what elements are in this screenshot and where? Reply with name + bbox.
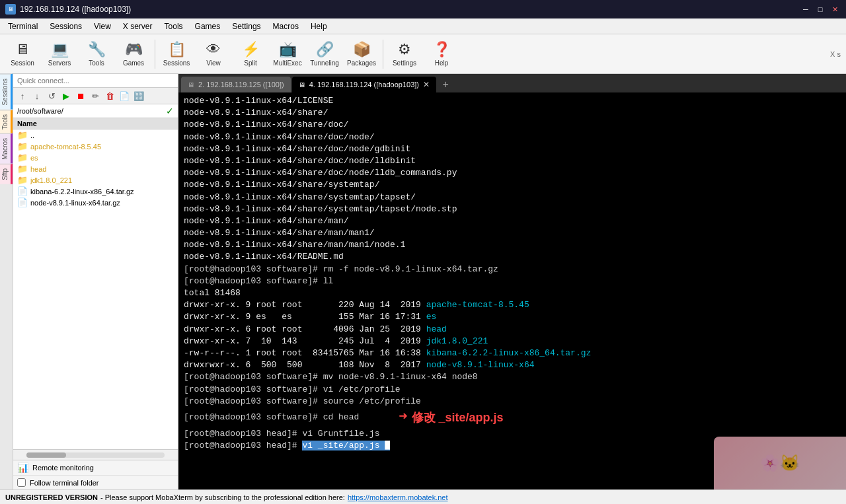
menu-settings[interactable]: Settings bbox=[227, 20, 266, 32]
term-line: node-v8.9.1-linux-x64/share/ bbox=[184, 107, 841, 119]
status-link[interactable]: https://mobaxterm.mobatek.net bbox=[348, 493, 448, 501]
annotation-text: 修改 _site/app.js bbox=[412, 410, 504, 426]
close-button[interactable]: ✕ bbox=[829, 3, 841, 15]
menu-terminal[interactable]: Terminal bbox=[3, 20, 43, 32]
menu-help[interactable]: Help bbox=[305, 20, 332, 32]
vert-tab-sessions[interactable]: Sessions bbox=[0, 74, 13, 110]
split-icon: ⚡ bbox=[242, 41, 260, 58]
path-check-icon: ✓ bbox=[166, 106, 174, 116]
toolbar-session-label: Session bbox=[11, 59, 34, 67]
term-line: total 81468 bbox=[184, 287, 841, 299]
tab-100[interactable]: 🖥 2. 192.168.119.125 ([100]) bbox=[181, 77, 291, 92]
toolbar-games[interactable]: 🎮 Games bbox=[116, 37, 151, 71]
menu-view[interactable]: View bbox=[89, 20, 116, 32]
toolbar-servers[interactable]: 💻 Servers bbox=[42, 37, 77, 71]
toolbar-help[interactable]: ❓ Help bbox=[424, 37, 459, 71]
decorative-image: 🌸🐱 bbox=[714, 437, 846, 489]
tab-hadoop103[interactable]: 🖥 4. 192.168.119.124 ([hadoop103]) ✕ bbox=[292, 77, 436, 92]
title-bar: 🖥 192.168.119.124 ([hadoop103]) ─ □ ✕ bbox=[0, 0, 846, 18]
file-list-header: Name bbox=[13, 118, 178, 129]
file-stop-button[interactable]: ⏹ bbox=[74, 89, 87, 102]
file-item-kibana[interactable]: 📄 kibana-6.2.2-linux-x86_64.tar.gz bbox=[13, 186, 178, 197]
term-line: [root@hadoop103 software]# vi /etc/profi… bbox=[184, 384, 841, 396]
file-item-es[interactable]: 📁 es bbox=[13, 152, 178, 163]
toolbar-session[interactable]: 🖥 Session bbox=[5, 37, 40, 71]
xs-label: X s bbox=[830, 50, 841, 58]
vert-tab-tools[interactable]: Tools bbox=[0, 110, 13, 133]
menu-games[interactable]: Games bbox=[190, 20, 226, 32]
view-icon: 👁 bbox=[206, 41, 221, 58]
folder-icon: 📁 bbox=[17, 130, 28, 140]
menu-sessions[interactable]: Sessions bbox=[44, 20, 87, 32]
tunneling-icon: 🔗 bbox=[316, 41, 334, 58]
follow-folder-checkbox[interactable] bbox=[17, 478, 26, 487]
term-highlight: vi _site/app.js █ bbox=[302, 441, 390, 450]
toolbar: 🖥 Session 💻 Servers 🔧 Tools 🎮 Games 📋 Se… bbox=[0, 34, 846, 74]
terminal-output[interactable]: node-v8.9.1-linux-x64/LICENSE node-v8.9.… bbox=[178, 92, 846, 489]
name-column-header: Name bbox=[17, 120, 37, 127]
vertical-tabs: Sessions Tools Macros Sftp bbox=[0, 74, 13, 489]
term-line: node-v8.9.1-linux-x64/share/man/man1/ bbox=[184, 227, 841, 239]
maximize-button[interactable]: □ bbox=[814, 3, 826, 15]
toolbar-multiexec[interactable]: 📺 MultiExec bbox=[270, 37, 305, 71]
toolbar-split-label: Split bbox=[244, 59, 256, 67]
toolbar-games-label: Games bbox=[123, 59, 144, 67]
term-line: node-v8.9.1-linux-x64/share/man/man1/nod… bbox=[184, 239, 841, 251]
file-item-node[interactable]: 📄 node-v8.9.1-linux-x64.tar.gz bbox=[13, 197, 178, 208]
file-item-jdk[interactable]: 📁 jdk1.8.0_221 bbox=[13, 174, 178, 186]
monitor-icon: 📊 bbox=[17, 462, 28, 473]
file-play-button[interactable]: ▶ bbox=[59, 89, 73, 102]
left-sidebar: Sessions Tools Macros Sftp ↑ ↓ ↺ ▶ ⏹ ✏ 🗑… bbox=[0, 74, 178, 489]
tab-close-button[interactable]: ✕ bbox=[423, 80, 430, 89]
file-down-button[interactable]: ↓ bbox=[30, 89, 44, 102]
toolbar-settings[interactable]: ⚙ Settings bbox=[387, 37, 422, 71]
toolbar-multiexec-label: MultiExec bbox=[273, 59, 301, 67]
file-delete-button[interactable]: 🗑 bbox=[103, 89, 116, 102]
file-item-dotdot[interactable]: 📁 .. bbox=[13, 129, 178, 141]
toolbar-tools[interactable]: 🔧 Tools bbox=[79, 37, 114, 71]
file-sort-button[interactable]: 🔡 bbox=[132, 89, 145, 102]
file-item-head[interactable]: 📁 head bbox=[13, 163, 178, 174]
menu-xserver[interactable]: X server bbox=[118, 20, 158, 32]
toolbar-view[interactable]: 👁 View bbox=[196, 37, 231, 71]
menu-tools[interactable]: Tools bbox=[159, 20, 188, 32]
main-area: Sessions Tools Macros Sftp ↑ ↓ ↺ ▶ ⏹ ✏ 🗑… bbox=[0, 74, 846, 489]
file-name: apache-tomcat-8.5.45 bbox=[30, 143, 101, 151]
file-name: head bbox=[30, 165, 46, 173]
toolbar-sep-2 bbox=[383, 40, 383, 69]
vert-tab-macros[interactable]: Macros bbox=[0, 133, 13, 164]
terminal-area: 🖥 2. 192.168.119.125 ([100]) 🖥 4. 192.16… bbox=[178, 74, 846, 489]
file-name: node-v8.9.1-linux-x64.tar.gz bbox=[30, 199, 120, 207]
vert-tab-sftp[interactable]: Sftp bbox=[0, 164, 13, 184]
help-icon: ❓ bbox=[433, 41, 451, 58]
new-tab-button[interactable]: + bbox=[438, 77, 453, 92]
file-edit-button[interactable]: ✏ bbox=[89, 89, 102, 102]
toolbar-tunneling[interactable]: 🔗 Tunneling bbox=[307, 37, 342, 71]
minimize-button[interactable]: ─ bbox=[800, 3, 812, 15]
term-line: node-v8.9.1-linux-x64/share/doc/node/ bbox=[184, 131, 841, 143]
path-bar: /root/software/ ✓ bbox=[13, 104, 178, 118]
file-name: .. bbox=[30, 131, 34, 139]
term-line: [root@hadoop103 software]# ll bbox=[184, 275, 841, 287]
file-refresh-button[interactable]: ↺ bbox=[45, 89, 58, 102]
file-up-button[interactable]: ↑ bbox=[16, 89, 29, 102]
file-item-tomcat[interactable]: 📁 apache-tomcat-8.5.45 bbox=[13, 141, 178, 152]
toolbar-packages[interactable]: 📦 Packages bbox=[344, 37, 379, 71]
menu-macros[interactable]: Macros bbox=[268, 20, 304, 32]
toolbar-split[interactable]: ⚡ Split bbox=[233, 37, 268, 71]
horizontal-scrollbar[interactable] bbox=[13, 449, 178, 460]
term-line: [root@hadoop103 software]# mv node-v8.9.… bbox=[184, 371, 841, 383]
remote-monitoring-label: Remote monitoring bbox=[32, 464, 94, 472]
tab-icon-active: 🖥 bbox=[299, 81, 305, 89]
title-bar-controls: ─ □ ✕ bbox=[800, 3, 841, 15]
file-new-button[interactable]: 📄 bbox=[118, 89, 131, 102]
file-icon: 📄 bbox=[17, 186, 28, 196]
term-line: [root@hadoop103 software]# cd head ➜ 修改 … bbox=[184, 408, 841, 428]
term-line: node-v8.9.1-linux-x64/share/doc/node/gdb… bbox=[184, 143, 841, 155]
toolbar-tools-label: Tools bbox=[89, 59, 104, 67]
packages-icon: 📦 bbox=[353, 41, 371, 58]
remote-monitoring-item[interactable]: 📊 Remote monitoring bbox=[13, 460, 178, 476]
quick-connect-input[interactable] bbox=[17, 77, 174, 85]
sessions-icon: 📋 bbox=[168, 41, 186, 58]
toolbar-sessions[interactable]: 📋 Sessions bbox=[159, 37, 194, 71]
